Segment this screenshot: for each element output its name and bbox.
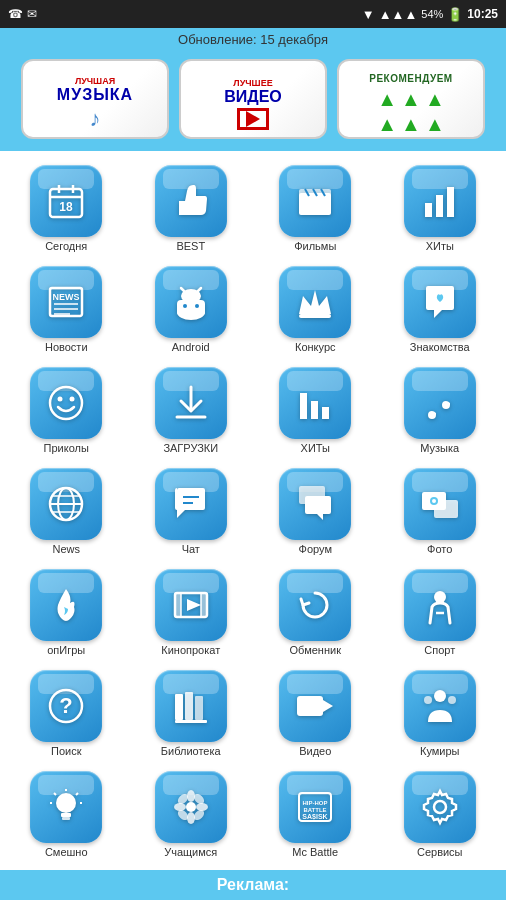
grid-item-chat[interactable]: Чат (129, 462, 254, 563)
app-grid: 18СегодняBESTФильмыХИтыNEWSНовостиAndroi… (0, 151, 506, 870)
icon-label-games: опИгры (47, 644, 85, 656)
icon-label-chat: Чат (182, 543, 200, 555)
grid-item-music[interactable]: Музыка (378, 361, 503, 462)
wifi-icon: ▼ (362, 7, 375, 22)
svg-point-28 (58, 397, 63, 402)
time-display: 10:25 (467, 7, 498, 21)
svg-marker-25 (299, 290, 331, 314)
grid-item-downloads[interactable]: ЗАГРУЗКИ (129, 361, 254, 462)
icon-box-hits2 (279, 367, 351, 439)
grid-item-contest[interactable]: Конкурс (253, 260, 378, 361)
icon-box-jokes (30, 367, 102, 439)
svg-point-20 (183, 304, 187, 308)
svg-point-77 (196, 803, 208, 811)
icon-label-photo: Фото (427, 543, 452, 555)
svg-text:SA$ISK: SA$ISK (303, 813, 328, 821)
icon-label-dating: Знакомства (410, 341, 470, 353)
icon-box-library (155, 670, 227, 742)
icon-box-services (404, 771, 476, 843)
grid-item-dating[interactable]: Знакомства (378, 260, 503, 361)
icon-box-best (155, 165, 227, 237)
grid-item-students[interactable]: Учащимся (129, 765, 254, 866)
grid-item-search[interactable]: ?Поиск (4, 664, 129, 765)
grid-item-cinema[interactable]: Кинопрокат (129, 563, 254, 664)
grid-item-news[interactable]: NEWSНовости (4, 260, 129, 361)
rec-arrow-5: ▲ (401, 113, 421, 136)
svg-point-75 (187, 812, 195, 824)
ad-label: Реклама: (217, 876, 289, 894)
svg-rect-58 (195, 696, 203, 720)
music-card-title2: МУЗЫКА (57, 86, 133, 104)
grid-item-best[interactable]: BEST (129, 159, 254, 260)
svg-rect-47 (175, 593, 181, 617)
play-triangle (246, 111, 260, 127)
grid-item-jokes[interactable]: Приколы (4, 361, 129, 462)
grid-item-mcbattle[interactable]: HIP-HOPBATTLESA$ISKMc Battle (253, 765, 378, 866)
featured-video-card[interactable]: Лучшее ВИДЕО (179, 59, 327, 139)
icon-box-mcbattle: HIP-HOPBATTLESA$ISK (279, 771, 351, 843)
icon-box-downloads (155, 367, 227, 439)
icon-box-idols (404, 670, 476, 742)
icon-box-search: ? (30, 670, 102, 742)
svg-marker-51 (187, 599, 201, 611)
svg-point-45 (432, 499, 436, 503)
grid-item-newseng[interactable]: News (4, 462, 129, 563)
icon-label-today: Сегодня (45, 240, 87, 252)
grid-item-exchange[interactable]: Обменник (253, 563, 378, 664)
video-card-title2: ВИДЕО (224, 88, 282, 106)
featured-row: Лучшая МУЗЫКА ♪ Лучшее ВИДЕО РЕКОМЕНДУЕМ… (0, 51, 506, 151)
grid-item-idols[interactable]: Кумиры (378, 664, 503, 765)
icon-box-chat (155, 468, 227, 540)
status-bar: ☎ ✉ ▼ ▲▲▲ 54% 🔋 10:25 (0, 0, 506, 28)
grid-item-today[interactable]: 18Сегодня (4, 159, 129, 260)
featured-music-card[interactable]: Лучшая МУЗЫКА ♪ (21, 59, 169, 139)
rec-arrows-bottom: ▲ ▲ ▲ (377, 113, 444, 136)
icon-box-exchange (279, 569, 351, 641)
svg-point-27 (50, 387, 82, 419)
grid-item-android[interactable]: Android (129, 260, 254, 361)
grid-item-funny[interactable]: Смешно (4, 765, 129, 866)
icon-label-funny: Смешно (45, 846, 88, 858)
grid-item-library[interactable]: Библиотека (129, 664, 254, 765)
icon-label-android: Android (172, 341, 210, 353)
icon-label-films: Фильмы (294, 240, 336, 252)
icon-label-library: Библиотека (161, 745, 221, 757)
svg-rect-33 (311, 401, 318, 419)
grid-item-hits2[interactable]: ХИТы (253, 361, 378, 462)
grid-item-forum[interactable]: Форум (253, 462, 378, 563)
grid-item-hits[interactable]: ХИты (378, 159, 503, 260)
svg-rect-59 (175, 720, 207, 723)
svg-rect-12 (447, 187, 454, 217)
svg-marker-61 (323, 700, 333, 712)
grid-item-films[interactable]: Фильмы (253, 159, 378, 260)
rec-arrow-1: ▲ (377, 88, 397, 111)
grid-item-video[interactable]: Видео (253, 664, 378, 765)
grid-item-services[interactable]: Сервисы (378, 765, 503, 866)
music-card-title1: Лучшая (75, 76, 115, 86)
svg-rect-26 (299, 314, 331, 318)
ad-bar[interactable]: Реклама: (0, 870, 506, 900)
icon-box-music (404, 367, 476, 439)
svg-point-63 (424, 696, 432, 704)
grid-item-photo[interactable]: Фото (378, 462, 503, 563)
rec-arrow-2: ▲ (401, 88, 421, 111)
featured-rec-card[interactable]: РЕКОМЕНДУЕМ ▲ ▲ ▲ ▲ ▲ ▲ (337, 59, 485, 139)
phone-icon: ☎ (8, 7, 23, 21)
rec-card-title: РЕКОМЕНДУЕМ (369, 73, 452, 84)
svg-rect-10 (425, 203, 432, 217)
icon-label-contest: Конкурс (295, 341, 336, 353)
icon-label-cinema: Кинопрокат (161, 644, 220, 656)
icon-box-games (30, 569, 102, 641)
grid-item-sport[interactable]: Спорт (378, 563, 503, 664)
rec-arrow-4: ▲ (377, 113, 397, 136)
grid-item-games[interactable]: опИгры (4, 563, 129, 664)
icon-box-android (155, 266, 227, 338)
icon-label-mcbattle: Mc Battle (292, 846, 338, 858)
icon-box-students (155, 771, 227, 843)
icon-label-music: Музыка (420, 442, 459, 454)
icon-box-funny (30, 771, 102, 843)
svg-rect-60 (297, 696, 323, 716)
signal-icon: ▲▲▲ (379, 7, 418, 22)
svg-point-76 (174, 803, 186, 811)
rec-arrows-top: ▲ ▲ ▲ (377, 88, 444, 111)
